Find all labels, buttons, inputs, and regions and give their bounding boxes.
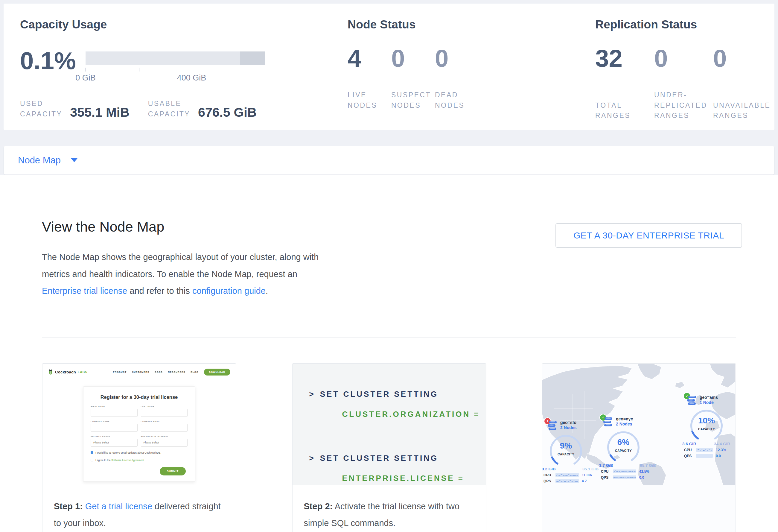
step-1-prefix: Step 1: — [54, 502, 83, 511]
cluster-summary-card: Capacity Usage 0.1% 0 GiB 400 GiB — [4, 4, 774, 130]
usable-capacity-label: USABLE CAPACITY — [148, 98, 190, 119]
form-title: Register for a 30-day trial license — [91, 394, 187, 400]
tick-mark — [245, 68, 245, 72]
email-updates-checkbox-label: I would like to receive email updates ab… — [95, 451, 161, 454]
tick-mark — [139, 68, 139, 72]
capacity-gauge: 9% CAPACITY — [543, 433, 589, 467]
trial-registration-form: Register for a 30-day trial license FIRS… — [83, 386, 195, 482]
step-1-caption: Step 1: Get a trial license delivered st… — [43, 485, 236, 532]
capacity-bar-reserved-segment — [240, 52, 265, 65]
used-capacity-label: USED CAPACITY — [20, 98, 62, 119]
qps-label: QPS — [684, 454, 695, 458]
db-stack-icon — [547, 421, 557, 431]
total-ranges-count: 32 — [595, 46, 654, 71]
tick-label-0gib: 0 GiB — [75, 73, 96, 83]
field-label: LAST NAME — [141, 405, 188, 407]
qps-sparkline — [696, 454, 713, 458]
caret-down-icon — [71, 158, 77, 162]
replication-status-title: Replication Status — [595, 18, 774, 31]
software-license-link: Software License Agreement. — [111, 459, 145, 462]
nav-item: CUSTOMERS — [132, 371, 149, 373]
live-nodes-count: 4 — [347, 46, 391, 71]
company-name-input — [91, 424, 138, 432]
trial-license-site-preview: Cockroach LABS PRODUCT CUSTOMERS DOCS RE… — [43, 364, 236, 485]
capacity-total: 65.7 GiB — [640, 463, 656, 468]
step-2-card: >SET CLUSTER SETTING CLUSTER.ORGANIZATIO… — [292, 363, 486, 532]
node-map-dropdown-label: Node Map — [18, 155, 61, 166]
field-label: COMPANY EMAIL — [141, 421, 188, 423]
capacity-label: CAPACITY — [684, 427, 729, 431]
step-1-card: Cockroach LABS PRODUCT CUSTOMERS DOCS RE… — [42, 363, 236, 532]
cpu-label: CPU — [601, 469, 612, 474]
description-text: and refer to this — [127, 286, 192, 296]
sql-commands-preview: >SET CLUSTER SETTING CLUSTER.ORGANIZATIO… — [293, 364, 486, 485]
locality-node-count: 2 Nodes — [616, 421, 670, 427]
download-button: DOWNLOAD — [204, 369, 230, 376]
qps-value: 0.0 — [716, 454, 721, 458]
checkbox-checked-icon — [91, 451, 93, 454]
field-label: REASON FOR INTEREST — [141, 435, 188, 438]
caption-text — [83, 502, 85, 511]
nav-item: RESOURCES — [168, 371, 185, 373]
capacity-total: 34.4 GiB — [714, 442, 730, 446]
locality-marker-ams: ✓ geo=ams 1 Node 10% — [685, 395, 735, 458]
section-divider — [42, 337, 736, 338]
nav-item: PRODUCT — [113, 371, 127, 373]
cpu-sparkline — [613, 469, 636, 473]
capacity-bar-chart: 0 GiB 400 GiB — [86, 52, 265, 83]
capacity-percent: 10% — [684, 416, 729, 426]
qps-sparkline — [613, 475, 636, 479]
get-trial-license-link[interactable]: Get a trial license — [85, 502, 152, 511]
db-stack-icon — [687, 395, 697, 406]
description-text: The Node Map shows the geographical layo… — [42, 252, 319, 279]
capacity-gauge: 6% CAPACITY — [601, 429, 646, 463]
dead-nodes-label: DEAD NODES — [435, 90, 479, 110]
prompt-icon: > — [309, 454, 315, 463]
tick-mark — [192, 68, 192, 72]
capacity-used: 3.7 GiB — [599, 463, 613, 468]
used-capacity-value: 355.1 MiB — [70, 105, 129, 119]
capacity-bar — [86, 52, 265, 65]
last-name-input — [141, 409, 188, 417]
capacity-gauge: 10% CAPACITY — [684, 407, 729, 442]
tick-mark — [86, 68, 86, 72]
usable-capacity-value: 676.5 GiB — [198, 105, 257, 119]
sql-command: SET CLUSTER SETTING — [320, 390, 438, 398]
enterprise-trial-button[interactable]: GET A 30-DAY ENTERPRISE TRIAL — [555, 223, 742, 248]
live-nodes-label: LIVE NODES — [347, 90, 391, 110]
suspect-nodes-label: SUSPECT NODES — [391, 90, 435, 110]
capacity-total: 35.1 GiB — [582, 467, 599, 471]
cpu-value: 11.0% — [582, 473, 592, 477]
page: { "colors": { "accent_blue": "#3d85f0", … — [0, 0, 778, 532]
capacity-percent: 0.1% — [20, 49, 76, 73]
license-agreement-checkbox-label: I agree to the Software License Agreemen… — [95, 459, 145, 462]
checkbox-text: I agree to the — [95, 459, 111, 462]
logo-text: Cockroach — [55, 370, 76, 374]
tick-label-400gib: 400 GiB — [177, 73, 207, 83]
cpu-value: 12.3% — [716, 448, 726, 452]
field-label: COMPANY NAME — [91, 421, 138, 423]
db-stack-icon — [603, 417, 613, 428]
locality-node-count: 1 Node — [700, 400, 735, 405]
cpu-label: CPU — [543, 473, 554, 477]
cockroach-labs-logo: Cockroach LABS — [48, 369, 87, 375]
qps-value: 0.0 — [639, 475, 644, 480]
minisite-nav: PRODUCT CUSTOMERS DOCS RESOURCES BLOG DO… — [113, 369, 230, 376]
enterprise-trial-license-link[interactable]: Enterprise trial license — [42, 286, 127, 296]
node-map-placeholder-section: View the Node Map The Node Map shows the… — [0, 175, 778, 532]
dead-nodes-count: 0 — [435, 46, 479, 71]
locality-name: geo=nyc — [616, 416, 670, 422]
configuration-guide-link[interactable]: configuration guide — [192, 286, 265, 296]
qps-sparkline — [555, 479, 579, 483]
field-label: FIRST NAME — [91, 405, 138, 407]
first-name-input — [91, 409, 138, 417]
project-phase-select: Please Select — [91, 439, 138, 447]
step-3-card: 1 geo=sfo 2 Nodes 9% — [542, 363, 736, 532]
node-map-description: The Node Map shows the geographical layo… — [42, 249, 327, 300]
field-label: PROJECT PHASE — [91, 435, 138, 438]
logo-suffix: LABS — [78, 370, 88, 374]
node-map-dropdown[interactable]: Node Map — [4, 146, 774, 175]
capacity-used: 3.2 GiB — [542, 467, 556, 471]
sql-command: SET CLUSTER SETTING — [320, 454, 438, 463]
capacity-label: CAPACITY — [601, 449, 646, 452]
